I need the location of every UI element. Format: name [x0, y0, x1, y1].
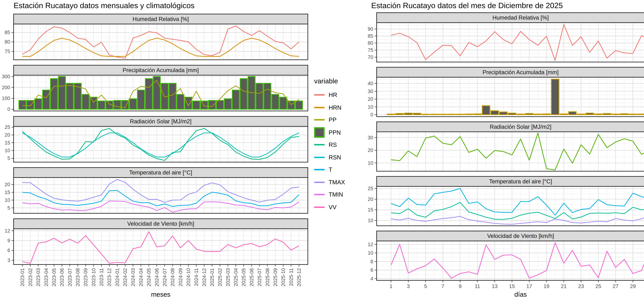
y-tick-label: 12 [5, 228, 10, 233]
bar-key-icon [314, 127, 324, 138]
y-tick-label: 10 [368, 104, 373, 110]
y-tick-label: 100 [2, 96, 10, 101]
legend-key-swatch [314, 194, 324, 195]
legend-item-label: PPN [329, 129, 341, 136]
bar-PPN [193, 101, 200, 109]
x-tick-label: 2023-09 [83, 268, 88, 286]
x-tick-label: 2025-08 [265, 268, 270, 286]
legend-key-swatch [314, 169, 324, 170]
facet-strip-title: Radiación Solar [MJ/m2] [490, 124, 552, 130]
bar-PPN [272, 95, 279, 109]
x-tick-label: 2023-08 [75, 268, 80, 286]
x-tick-label: 29 [630, 283, 636, 289]
bar-PP [560, 114, 568, 115]
y-tick-label: 0 [8, 106, 10, 112]
panel-background [376, 186, 644, 226]
x-tick-label: 2025-04 [233, 268, 238, 286]
y-tick-label: 30 [368, 89, 373, 94]
x-tick-label: 2024-09 [178, 268, 183, 286]
bar-PPN [224, 99, 231, 109]
x-tick-label: 2023-07 [67, 268, 73, 286]
panel-radiaci-n-solar-mj-m2: 102030Radiación Solar [MJ/m2] [368, 122, 644, 171]
y-tick-label: 0 [370, 112, 373, 117]
line-key-icon [314, 194, 324, 195]
x-tick-label: 2024-07 [162, 268, 168, 286]
y-tick-label: 6 [8, 247, 10, 253]
bar-PPN [169, 83, 176, 109]
y-tick-label: 20 [5, 132, 10, 138]
bar-PPN [19, 101, 26, 109]
bar-PPN [209, 101, 216, 109]
panel-temperatura-del-aire-c: 10152025Temperatura del aire [°C] [368, 176, 644, 226]
legend-item-vv: VV [314, 201, 353, 213]
bar-PPN [240, 79, 247, 109]
legend-title: variable [314, 77, 353, 85]
x-tick-label: 2024-10 [186, 268, 191, 286]
facet-strip-title: Precipitación Acumulada [mm] [122, 67, 199, 73]
x-tick-label: 2024-02 [122, 268, 128, 286]
bar-PP [620, 114, 628, 115]
x-tick-label: 21 [561, 283, 567, 289]
facet-strip-title: Velocidad de Viento [km/h] [127, 220, 194, 227]
x-tick-label: 25 [596, 283, 601, 289]
y-tick-label: 15 [5, 140, 10, 145]
x-tick-label: 13 [492, 283, 498, 289]
bar-PPN [177, 95, 184, 109]
facet-strip-title: Temperatura del aire [°C] [129, 169, 192, 176]
y-tick-label: 15 [5, 190, 10, 195]
x-tick-label: 2025-05 [241, 268, 246, 286]
x-tick-label: 2025-12 [296, 268, 302, 286]
y-tick-label: 12 [368, 242, 373, 247]
legend-item-label: HRN [329, 104, 342, 111]
x-tick-label: 2023-10 [91, 268, 96, 286]
x-tick-label: 2023-01 [20, 268, 25, 286]
y-tick-label: 10 [5, 197, 10, 203]
bar-PP [517, 114, 524, 115]
y-tick-label: 9 [8, 238, 10, 243]
bar-PP [594, 114, 602, 115]
bar-PPN [35, 99, 42, 109]
legend-item-label: HR [329, 92, 337, 98]
x-tick-label: 3 [407, 283, 410, 289]
y-tick-label: 85 [5, 30, 10, 35]
panel-radiaci-n-solar-mj-m2: 510152025Radiación Solar [MJ/m2] [5, 116, 308, 162]
legend-key-swatch [314, 182, 324, 183]
x-axis: 135791113151719212325272931 [390, 280, 644, 289]
bar-PPN [185, 97, 192, 109]
line-key-icon [314, 207, 324, 208]
x-tick-label: 2024-08 [170, 268, 175, 286]
line-key-icon [314, 144, 324, 145]
climate-dashboard: Estación Rucatayo datos mensuales y clim… [0, 0, 644, 300]
y-tick-label: 5 [8, 205, 10, 211]
x-tick-label: 1 [390, 283, 392, 289]
y-tick-label: 10 [5, 148, 10, 153]
bar-PP [465, 114, 472, 115]
bar-PPN [27, 101, 34, 109]
bar-PPN [98, 101, 105, 109]
y-tick-label: 75 [368, 47, 373, 53]
y-tick-label: 20 [368, 147, 373, 153]
x-tick-label: 2024-01 [114, 268, 120, 286]
bar-PP [508, 113, 516, 115]
x-tick-label: 2025-02 [217, 268, 223, 286]
x-tick-label: 2025-11 [288, 268, 294, 286]
bar-PP [439, 114, 447, 115]
line-key-icon [314, 119, 324, 121]
legend-key-swatch [314, 127, 324, 138]
legend-item-hr: HR [314, 89, 353, 101]
bar-PPN [280, 97, 287, 109]
y-tick-label: 4 [370, 276, 373, 281]
x-tick-label: 2023-04 [44, 268, 49, 286]
legend-key-swatch [314, 95, 324, 96]
bar-PPN [138, 90, 144, 109]
bar-PP [430, 114, 438, 115]
line-key-icon [314, 169, 324, 170]
y-tick-label: 70 [368, 54, 373, 60]
x-tick-label: 2023-11 [99, 268, 104, 286]
bar-PP [482, 106, 490, 115]
x-tick-label: 2023-05 [51, 268, 57, 286]
facet-strip-title: Humedad Relativa [%] [492, 15, 549, 21]
legend-key-swatch [314, 119, 324, 121]
bar-PP [603, 114, 611, 115]
x-tick-label: 23 [578, 283, 584, 289]
